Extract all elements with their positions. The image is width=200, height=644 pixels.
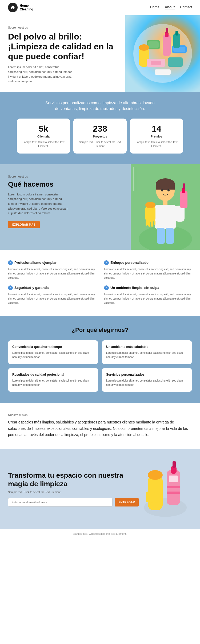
svg-rect-34 bbox=[183, 183, 185, 189]
why-section: ¿Por qué elegirnos? Conveniencia que aho… bbox=[0, 316, 200, 403]
svg-rect-49 bbox=[167, 486, 180, 488]
cleaning-supplies-illustration bbox=[131, 19, 195, 88]
feature-title-2: Seguridad y garantía bbox=[14, 286, 49, 290]
feature-body-1: Lorem ipsum dolor sit amet, consetetur s… bbox=[104, 267, 192, 280]
what-image bbox=[131, 164, 200, 250]
hero-title: Del polvo al brillo: ¡Limpieza de calida… bbox=[8, 32, 117, 61]
cta-illustration bbox=[140, 460, 191, 518]
svg-rect-44 bbox=[154, 491, 158, 503]
stat-number-proyectos: 238 bbox=[78, 124, 122, 134]
worker-illustration bbox=[131, 164, 200, 250]
svg-point-22 bbox=[167, 189, 170, 191]
cta-image bbox=[139, 460, 192, 518]
feature-title-row-1: ✓ Enfoque personalizado bbox=[104, 260, 192, 265]
feature-title-row-0: ✓ Profesionalismo ejemplar bbox=[8, 260, 96, 265]
hero-content: Sobre nosotros Del polvo al brillo: ¡Lim… bbox=[0, 15, 125, 92]
footer-text: Sample text. Click to select the Text El… bbox=[8, 532, 192, 535]
what-image-inner bbox=[131, 164, 200, 250]
cta-content: Transforma tu espacio con nuestra magia … bbox=[8, 471, 139, 506]
what-body: Lorem ipsum dolor sit amet, consetetur s… bbox=[8, 192, 69, 216]
cta-desc: Sample text. Click to select the Text El… bbox=[8, 491, 139, 494]
feature-title-1: Enfoque personalizado bbox=[110, 261, 149, 265]
stat-card-premios: 14 Premios Sample text. Click to select … bbox=[130, 119, 183, 154]
svg-rect-48 bbox=[173, 461, 176, 468]
nav-links: Home About Contact bbox=[150, 5, 192, 10]
why-card-body-3: Lorem ipsum dolor sit amet, consetetur s… bbox=[106, 379, 188, 387]
svg-rect-36 bbox=[166, 228, 174, 244]
nav-about[interactable]: About bbox=[165, 5, 175, 10]
stat-number-clientela: 5k bbox=[21, 124, 66, 134]
svg-rect-28 bbox=[148, 221, 150, 227]
stat-desc-clientela: Sample text. Click to select the Text El… bbox=[21, 140, 66, 148]
svg-rect-11 bbox=[175, 31, 178, 36]
feature-title-row-3: ✓ Un ambiente limpio, sin culpa bbox=[104, 285, 192, 290]
feature-title-3: Un ambiente limpio, sin culpa bbox=[110, 286, 159, 290]
hero-body: Lorem ipsum dolor sit amet, consetetur s… bbox=[8, 65, 72, 84]
svg-rect-32 bbox=[180, 191, 187, 208]
why-card-title-2: Resultados de calidad profesional bbox=[12, 373, 94, 376]
mission-label: Nuestra misión bbox=[8, 413, 192, 417]
what-content: Sobre nosotros Qué hacemos Lorem ipsum d… bbox=[0, 164, 131, 250]
svg-point-4 bbox=[139, 44, 149, 51]
stat-card-proyectos: 238 Proyectos Sample text. Click to sele… bbox=[73, 119, 127, 154]
stat-number-premios: 14 bbox=[134, 124, 179, 134]
features-grid: ✓ Profesionalismo ejemplar Lorem ipsum d… bbox=[8, 260, 192, 305]
features-section: ✓ Profesionalismo ejemplar Lorem ipsum d… bbox=[0, 250, 200, 316]
what-section: Sobre nosotros Qué hacemos Lorem ipsum d… bbox=[0, 164, 200, 250]
home-icon bbox=[10, 5, 15, 10]
svg-rect-50 bbox=[167, 492, 180, 494]
feature-body-0: Lorem ipsum dolor sit amet, consetetur s… bbox=[8, 267, 96, 280]
stat-desc-proyectos: Sample text. Click to select the Text El… bbox=[78, 140, 122, 148]
feature-body-3: Lorem ipsum dolor sit amet, consetetur s… bbox=[104, 292, 192, 305]
logo: Home Cleaning bbox=[8, 3, 33, 12]
explore-button[interactable]: EXPLORAR MÁS bbox=[8, 221, 40, 228]
cta-email-input[interactable] bbox=[8, 498, 113, 506]
why-card-body-0: Lorem ipsum dolor sit amet, consetetur s… bbox=[12, 351, 94, 359]
navbar: Home Cleaning Home About Contact bbox=[0, 0, 200, 15]
svg-rect-20 bbox=[156, 184, 175, 190]
what-title: Qué hacemos bbox=[8, 180, 123, 189]
feature-icon-2: ✓ bbox=[8, 285, 13, 290]
svg-rect-24 bbox=[155, 205, 176, 229]
svg-rect-10 bbox=[173, 33, 180, 48]
svg-point-41 bbox=[148, 470, 163, 480]
stat-card-clientela: 5k Clientela Sample text. Click to selec… bbox=[17, 119, 70, 154]
nav-home[interactable]: Home bbox=[150, 5, 159, 10]
why-card-title-3: Servicios personalizados bbox=[106, 373, 188, 376]
mission-section: Nuestra misión Crear espacios más limpio… bbox=[0, 403, 200, 449]
why-card-body-2: Lorem ipsum dolor sit amet, consetetur s… bbox=[12, 379, 94, 387]
svg-rect-14 bbox=[168, 57, 183, 67]
cta-title: Transforma tu espacio con nuestra magia … bbox=[8, 471, 139, 488]
feature-item-0: ✓ Profesionalismo ejemplar Lorem ipsum d… bbox=[8, 260, 96, 280]
why-title: ¿Por qué elegirnos? bbox=[8, 327, 192, 333]
stat-label-proyectos: Proyectos bbox=[78, 135, 122, 138]
svg-rect-43 bbox=[150, 491, 154, 503]
hero-image bbox=[125, 15, 200, 92]
svg-point-21 bbox=[161, 189, 163, 191]
why-grid: Conveniencia que ahorra tiempo Lorem ips… bbox=[8, 340, 192, 392]
svg-rect-51 bbox=[169, 476, 178, 482]
feature-icon-1: ✓ bbox=[104, 260, 109, 265]
blue-section-text: Servicios personalizados como limpieza d… bbox=[44, 100, 156, 112]
svg-rect-15 bbox=[155, 69, 171, 75]
nav-contact[interactable]: Contact bbox=[180, 5, 192, 10]
feature-body-2: Lorem ipsum dolor sit amet, consetetur s… bbox=[8, 292, 96, 305]
svg-rect-45 bbox=[159, 492, 162, 502]
feature-item-3: ✓ Un ambiente limpio, sin culpa Lorem ip… bbox=[104, 285, 192, 305]
cta-form: ENTREGAR bbox=[8, 498, 139, 506]
svg-rect-30 bbox=[154, 220, 155, 225]
blue-section: Servicios personalizados como limpieza d… bbox=[0, 92, 200, 164]
cta-submit-button[interactable]: ENTREGAR bbox=[115, 498, 139, 506]
why-card-0: Conveniencia que ahorra tiempo Lorem ips… bbox=[8, 340, 98, 364]
svg-point-26 bbox=[145, 202, 155, 208]
logo-text: Home Cleaning bbox=[20, 4, 33, 11]
svg-rect-2 bbox=[148, 41, 159, 48]
svg-rect-29 bbox=[151, 221, 153, 227]
svg-rect-7 bbox=[166, 28, 168, 33]
why-card-2: Resultados de calidad profesional Lorem … bbox=[8, 368, 98, 392]
svg-rect-5 bbox=[163, 35, 171, 56]
svg-rect-27 bbox=[146, 220, 148, 226]
mission-body: Crear espacios más limpios, saludables y… bbox=[8, 419, 192, 438]
stat-label-clientela: Clientela bbox=[21, 135, 66, 138]
feature-icon-0: ✓ bbox=[8, 260, 13, 265]
